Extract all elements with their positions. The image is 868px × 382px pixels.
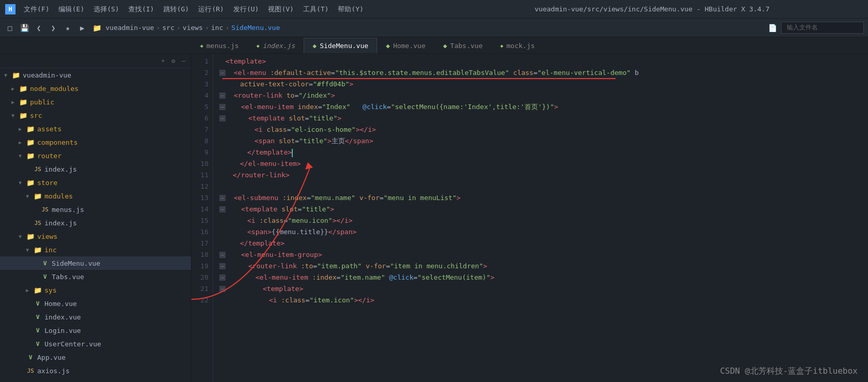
- breadcrumb-views[interactable]: views: [183, 24, 203, 32]
- back-button[interactable]: ❮: [33, 22, 44, 34]
- tab-index-js[interactable]: ◆index.js: [248, 38, 304, 53]
- sidebar-item-modules[interactable]: ▼📁modules: [0, 189, 191, 203]
- code-line-21: −<template>: [218, 283, 868, 295]
- menu-跳转(G)[interactable]: 跳转(G): [159, 4, 193, 15]
- fold-indicator-4[interactable]: −: [219, 93, 226, 99]
- breadcrumb-sep-4: ›: [226, 24, 230, 32]
- folder-icon: 📁: [33, 191, 42, 201]
- tab-Tabs-vue[interactable]: ◆Tabs.vue: [435, 38, 491, 53]
- sidebar-item-sys[interactable]: ▶📁sys: [0, 283, 191, 297]
- sidebar: + ⚙ — ▼📁vueadmin-vue▶📁node_modules▶📁publ…: [0, 54, 191, 382]
- run-button[interactable]: ▶: [77, 22, 88, 34]
- sidebar-toolbar: + ⚙ —: [0, 54, 191, 68]
- tree-label: index.js: [44, 219, 77, 227]
- breadcrumb-inc[interactable]: inc: [211, 24, 223, 32]
- line-number-18: 18: [191, 249, 213, 261]
- sidebar-item-node_modules[interactable]: ▶📁node_modules: [0, 82, 191, 95]
- code-line-18: −<el-menu-item-group>: [218, 249, 868, 261]
- menu-视图(V)[interactable]: 视图(V): [264, 4, 297, 15]
- sidebar-item-SideMenu-vue[interactable]: VSideMenu.vue: [0, 256, 191, 270]
- code-line-6: −<template slot="title">: [218, 113, 868, 124]
- folder-icon: 📁: [33, 245, 42, 254]
- breadcrumb-root[interactable]: vueadmin-vue: [106, 24, 154, 32]
- code-line-12: [218, 181, 868, 192]
- toolbar: □ 💾 ❮ ❯ ★ ▶ 📁 vueadmin-vue › src › views…: [0, 19, 868, 37]
- sidebar-item-components[interactable]: ▶📁components: [0, 135, 191, 149]
- sidebar-item-store[interactable]: ▼📁store: [0, 176, 191, 189]
- fold-indicator-18[interactable]: −: [219, 252, 226, 258]
- fold-indicator-6[interactable]: −: [219, 115, 226, 121]
- file-search-input[interactable]: 输入文件名: [781, 22, 864, 34]
- tree-label: Login.vue: [44, 327, 81, 334]
- tree-label: UserCenter.vue: [44, 340, 101, 348]
- main-layout: + ⚙ — ▼📁vueadmin-vue▶📁node_modules▶📁publ…: [0, 54, 868, 382]
- menu-运行(R)[interactable]: 运行(R): [194, 4, 228, 15]
- sidebar-item-axios-js[interactable]: JSaxios.js: [0, 364, 191, 377]
- line-number-13: 13: [191, 192, 213, 204]
- code-line-3: active-text-color="#ffd04b">: [218, 79, 868, 90]
- sidebar-item-inc[interactable]: ▼📁inc: [0, 243, 191, 256]
- bookmark-button[interactable]: ★: [62, 22, 73, 34]
- tab-Home-vue[interactable]: ◆Home.vue: [377, 38, 434, 53]
- sidebar-item-index-js[interactable]: JSindex.js: [0, 162, 191, 176]
- tab-SideMenu-vue[interactable]: ◆SideMenu.vue: [304, 38, 377, 53]
- code-line-2: −<el-menu :default-active="this.$store.s…: [218, 67, 868, 79]
- breadcrumb-src[interactable]: src: [162, 24, 174, 32]
- tab-menus-js[interactable]: ◆menus.js: [191, 38, 248, 53]
- sidebar-item-public[interactable]: ▶📁public: [0, 95, 191, 109]
- sidebar-item-Tabs-vue[interactable]: VTabs.vue: [0, 270, 191, 283]
- menu-选择(S)[interactable]: 选择(S): [89, 4, 123, 15]
- fold-indicator-5[interactable]: −: [219, 104, 226, 110]
- menu-查找(I)[interactable]: 查找(I): [124, 4, 158, 15]
- folder-icon: 📁: [26, 178, 35, 187]
- tree-label: index.vue: [44, 313, 81, 321]
- tree-label: node_modules: [30, 85, 79, 93]
- fold-indicator-14[interactable]: −: [219, 206, 226, 212]
- code-line-11: </router-link>: [218, 170, 868, 181]
- sidebar-add-button[interactable]: +: [159, 57, 167, 65]
- sidebar-settings-button[interactable]: ⚙: [169, 57, 177, 65]
- fold-indicator-21[interactable]: −: [219, 286, 226, 292]
- line-number-14: 14: [191, 204, 213, 215]
- sidebar-item-views[interactable]: ▼📁views: [0, 230, 191, 243]
- sidebar-item-router[interactable]: ▼📁router: [0, 149, 191, 162]
- new-file-button[interactable]: □: [4, 22, 16, 34]
- sidebar-item-UserCenter-vue[interactable]: VUserCenter.vue: [0, 337, 191, 350]
- sidebar-collapse-button[interactable]: —: [179, 57, 188, 65]
- menu-工具(T)[interactable]: 工具(T): [299, 4, 333, 15]
- vue-file-icon: V: [33, 326, 42, 335]
- line-number-5: 5: [191, 101, 213, 113]
- menu-编辑(E)[interactable]: 编辑(E): [54, 4, 88, 15]
- code-editor[interactable]: 12345678910111213141516171819202122 <tem…: [191, 54, 868, 382]
- sidebar-item-index-vue[interactable]: Vindex.vue: [0, 310, 191, 324]
- tree-label: modules: [44, 192, 73, 200]
- sidebar-item-Login-vue[interactable]: VLogin.vue: [0, 324, 191, 337]
- code-line-7: <i class="el-icon-s-home"></i>: [218, 124, 868, 135]
- tab-mock-js[interactable]: ◆mock.js: [491, 38, 544, 53]
- folder-button[interactable]: 📁: [91, 22, 102, 34]
- code-line-13: −<el-submenu :index="menu.name" v-for="m…: [218, 192, 868, 204]
- sidebar-item-assets[interactable]: ▶📁assets: [0, 122, 191, 135]
- sidebar-root[interactable]: ▼📁vueadmin-vue: [0, 68, 191, 82]
- sidebar-item-index-js[interactable]: JSindex.js: [0, 216, 191, 230]
- menu-发行(U)[interactable]: 发行(U): [229, 4, 263, 15]
- breadcrumb-sep-1: ›: [156, 24, 160, 32]
- line-number-12: 12: [191, 181, 213, 192]
- sidebar-item-menus-js[interactable]: JSmenus.js: [0, 203, 191, 216]
- tree-label: store: [37, 179, 57, 187]
- save-button[interactable]: 💾: [19, 22, 30, 34]
- code-line-19: −<router-link :to="item.path" v-for="ite…: [218, 261, 868, 272]
- app-icon: H: [5, 4, 16, 14]
- sidebar-item-Home-vue[interactable]: VHome.vue: [0, 297, 191, 310]
- sidebar-item-App-vue[interactable]: VApp.vue: [0, 350, 191, 364]
- fold-indicator-19[interactable]: −: [219, 263, 226, 269]
- forward-button[interactable]: ❯: [48, 22, 59, 34]
- fold-indicator-2[interactable]: −: [219, 70, 226, 76]
- code-line-17: </template>: [218, 238, 868, 249]
- fold-indicator-13[interactable]: −: [219, 195, 226, 201]
- menu-帮助(Y)[interactable]: 帮助(Y): [334, 4, 367, 15]
- sidebar-item-src[interactable]: ▼📁src: [0, 109, 191, 122]
- breadcrumb-file[interactable]: SideMenu.vue: [231, 24, 280, 32]
- menu-文件(F)[interactable]: 文件(F): [20, 4, 53, 15]
- fold-indicator-20[interactable]: −: [219, 274, 226, 281]
